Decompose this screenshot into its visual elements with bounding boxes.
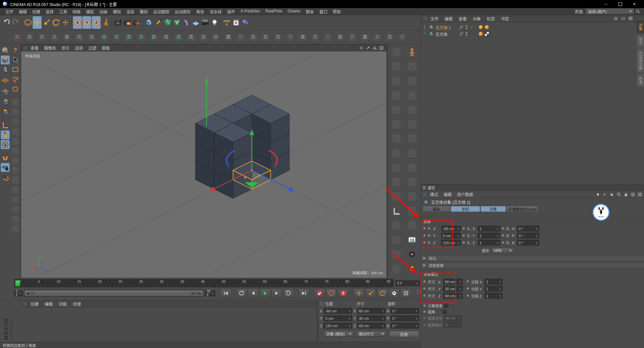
- rotation-p-field[interactable]: 0 °▲▼: [390, 315, 419, 321]
- fillet-checkbox[interactable]: [443, 310, 447, 314]
- orbit-view-icon[interactable]: [372, 45, 378, 50]
- modeling-command-icon[interactable]: [61, 31, 73, 43]
- blank-icon[interactable]: [389, 175, 404, 189]
- keyframe-radio[interactable]: [423, 294, 426, 298]
- polygons-mode-icon[interactable]: [1, 107, 10, 117]
- blank-icon[interactable]: [389, 60, 404, 73]
- menu-item[interactable]: 渲染: [124, 9, 137, 14]
- menu-item[interactable]: 工具: [56, 9, 70, 14]
- close-button[interactable]: ✕: [627, 0, 641, 8]
- enabled-check-icon[interactable]: ✓: [469, 32, 474, 36]
- menu-item[interactable]: 创建: [30, 9, 43, 14]
- workplane-rotate-icon[interactable]: [1, 173, 10, 182]
- scale-z-field[interactable]: 1▲▼: [478, 240, 500, 246]
- modeling-command-icon[interactable]: [210, 31, 222, 43]
- material-menu-item[interactable]: 创建: [28, 301, 42, 307]
- light-icon[interactable]: [210, 16, 219, 29]
- keyframe-radio[interactable]: [462, 234, 466, 237]
- move-icon[interactable]: [33, 16, 42, 29]
- segments-y-field[interactable]: 1▲▼: [485, 286, 503, 292]
- segments-z-field[interactable]: 1▲▼: [485, 293, 503, 299]
- menu-item[interactable]: 编辑: [16, 9, 30, 14]
- spline-pen-icon[interactable]: [153, 16, 163, 29]
- blank-icon[interactable]: [405, 60, 419, 73]
- viewport-menu-item[interactable]: 选项: [72, 45, 86, 51]
- menu-item[interactable]: 网格: [70, 9, 83, 14]
- keyframe-radio[interactable]: [423, 227, 426, 230]
- blank-icon[interactable]: [389, 219, 404, 232]
- blank-icon[interactable]: [405, 74, 419, 88]
- make-editable-icon[interactable]: [1, 46, 10, 55]
- modeling-command-icon[interactable]: [160, 31, 172, 43]
- deformer-icon[interactable]: [182, 16, 191, 29]
- blank-icon[interactable]: [389, 161, 404, 174]
- record-key-icon[interactable]: [314, 289, 325, 298]
- viewport[interactable]: 查看摄像机显示选项过滤面板 YXZ 等角视图 网格间距：100 cm: [21, 44, 387, 278]
- blank-icon[interactable]: [405, 146, 419, 160]
- menu-item[interactable]: 文件: [3, 9, 16, 14]
- render-settings-icon[interactable]: [132, 16, 141, 29]
- mini-cube-orange-icon[interactable]: [405, 262, 419, 275]
- filter-icon[interactable]: [620, 16, 626, 21]
- blank-icon[interactable]: [11, 166, 20, 175]
- menu-item[interactable]: 运动图形: [172, 9, 193, 14]
- pan-view-icon[interactable]: [358, 45, 364, 50]
- texture-mode-icon[interactable]: [1, 65, 10, 74]
- current-frame-marker[interactable]: [15, 280, 20, 287]
- object-menu-item[interactable]: 查看: [456, 16, 470, 21]
- viewport-menu-item[interactable]: 过滤: [86, 45, 99, 51]
- dolly-view-icon[interactable]: [365, 45, 371, 50]
- modeling-command-icon[interactable]: [48, 31, 60, 43]
- menu-item[interactable]: 帮助: [330, 9, 343, 14]
- modeling-command-icon[interactable]: [371, 31, 383, 43]
- model-mode-icon[interactable]: [1, 55, 10, 64]
- tab-basic[interactable]: 基本: [423, 206, 450, 212]
- position-z-field[interactable]: 120 cm▲▼: [441, 240, 461, 246]
- modeling-command-icon[interactable]: [396, 31, 408, 43]
- minimize-button[interactable]: ─: [599, 0, 613, 8]
- blank-icon[interactable]: [11, 176, 20, 185]
- axis-x-icon[interactable]: X: [73, 16, 82, 29]
- frame-back-icon[interactable]: [248, 289, 259, 298]
- keyframe-radio[interactable]: [423, 310, 426, 314]
- kf-parameter-icon[interactable]: P: [389, 289, 400, 298]
- home-icon[interactable]: [613, 16, 618, 21]
- menu-item[interactable]: 窗口: [317, 9, 330, 14]
- modeling-command-icon[interactable]: [197, 31, 210, 43]
- object-menu-item[interactable]: 对象: [470, 16, 484, 21]
- blank-icon[interactable]: [389, 248, 404, 261]
- menu-item[interactable]: X-Particles: [238, 9, 263, 14]
- manager-side-tab[interactable]: 构造: [637, 74, 644, 87]
- size-z-field[interactable]: 60 cm▲▼: [357, 323, 386, 329]
- object-name[interactable]: 立方体.1: [435, 25, 458, 30]
- blank-icon[interactable]: [389, 262, 404, 275]
- visibility-dots[interactable]: [465, 32, 468, 36]
- psr-icon[interactable]: PSR0: [222, 16, 231, 29]
- blank-icon[interactable]: [389, 74, 404, 88]
- attribute-grip[interactable]: [423, 192, 427, 197]
- blank-icon[interactable]: [11, 224, 20, 233]
- object-row[interactable]: ├ 立方体.1 ✓: [423, 24, 644, 31]
- modeling-command-icon[interactable]: [384, 31, 396, 43]
- blank-icon[interactable]: [405, 219, 419, 232]
- play-icon[interactable]: [260, 289, 270, 298]
- object-menu-item[interactable]: 编辑: [442, 16, 456, 21]
- modeling-command-icon[interactable]: [185, 31, 197, 43]
- kf-pla-icon[interactable]: [401, 289, 411, 298]
- object-manager-grip[interactable]: [423, 16, 427, 20]
- scale-icon[interactable]: [42, 16, 51, 29]
- viewport-grip[interactable]: [23, 46, 27, 50]
- phong-tag-icon[interactable]: [478, 32, 483, 36]
- up-icon[interactable]: [609, 192, 614, 197]
- modeling-command-icon[interactable]: [110, 31, 123, 43]
- l-ruler-icon[interactable]: [389, 204, 404, 218]
- blank-icon[interactable]: [389, 45, 404, 59]
- scale-y-field[interactable]: 1▲▼: [478, 233, 500, 238]
- keyframe-radio[interactable]: [466, 294, 470, 298]
- timeline-ruler[interactable]: 051015202530354045505560657075808590: [14, 279, 394, 287]
- modeling-command-icon[interactable]: [11, 31, 23, 43]
- blank-icon[interactable]: [405, 204, 419, 218]
- object-name[interactable]: 立方体: [435, 31, 458, 37]
- blank-icon[interactable]: [11, 146, 20, 156]
- modeling-command-icon[interactable]: [36, 31, 48, 43]
